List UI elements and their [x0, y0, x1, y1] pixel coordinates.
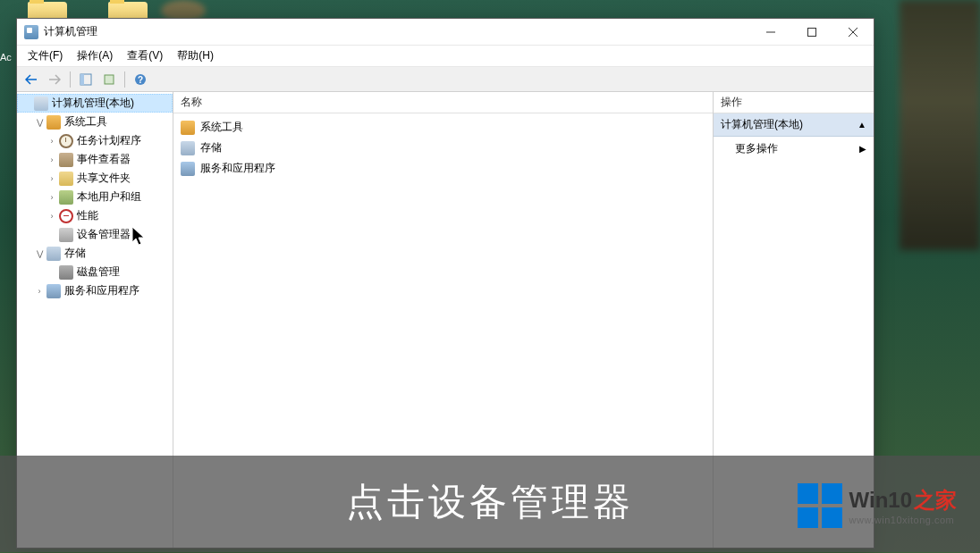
tree-disk-management[interactable]: 磁盘管理 [17, 263, 173, 281]
toolbox-icon [46, 115, 61, 130]
expander-icon[interactable]: › [33, 285, 46, 297]
tree-device-manager[interactable]: 设备管理器 [17, 225, 173, 244]
svg-rect-6 [105, 75, 114, 84]
menu-help[interactable]: 帮助(H) [170, 46, 221, 65]
tree-label: 共享文件夹 [77, 171, 131, 186]
left-label: Ac [0, 52, 12, 63]
minimize-button[interactable] [750, 19, 791, 46]
computer-icon [34, 96, 48, 111]
menu-file[interactable]: 文件(F) [21, 46, 70, 65]
actions-more-item[interactable]: 更多操作 ▶ [714, 137, 874, 161]
list-item-label: 存储 [200, 140, 222, 155]
expander-icon[interactable]: ⋁ [33, 247, 46, 260]
svg-rect-5 [80, 74, 84, 85]
tree-label: 存储 [64, 246, 86, 261]
properties-button[interactable] [98, 70, 120, 89]
device-icon [59, 228, 73, 242]
show-hide-console-tree-button[interactable] [75, 70, 97, 89]
list-item[interactable]: 存储 [173, 138, 713, 158]
storage-icon [46, 247, 61, 261]
watermark-title-1: Win10 [849, 488, 912, 513]
watermark-title-2: 之家 [914, 486, 957, 515]
tree-event-viewer[interactable]: › 事件查看器 [17, 150, 173, 169]
tree-root[interactable]: 计算机管理(本地) [17, 94, 173, 113]
help-button[interactable]: ? [130, 70, 151, 89]
folder-icon [59, 172, 73, 186]
tree-services-apps[interactable]: › 服务和应用程序 [17, 281, 173, 300]
titlebar[interactable]: 计算机管理 [17, 19, 874, 46]
maximize-button[interactable] [791, 19, 832, 46]
tree-label: 磁盘管理 [77, 264, 120, 280]
tree-root-label: 计算机管理(本地) [52, 96, 134, 111]
close-button[interactable] [832, 19, 874, 46]
tree-task-scheduler[interactable]: › 任务计划程序 [17, 131, 173, 150]
expander-icon[interactable]: › [46, 210, 58, 222]
list-item[interactable]: 服务和应用程序 [173, 158, 713, 179]
tree-label: 服务和应用程序 [64, 283, 139, 298]
tree-label: 本地用户和组 [77, 189, 141, 205]
nav-forward-button[interactable] [44, 70, 65, 89]
toolbox-icon [181, 121, 195, 135]
svg-text:?: ? [138, 75, 143, 85]
windows-logo-icon [798, 483, 842, 528]
list-item-label: 系统工具 [200, 120, 243, 135]
actions-section[interactable]: 计算机管理(本地) ▲ [714, 113, 874, 137]
tree-shared-folders[interactable]: › 共享文件夹 [17, 169, 173, 188]
window-title: 计算机管理 [44, 24, 750, 39]
collapse-icon: ▲ [858, 120, 866, 130]
services-icon [46, 284, 61, 298]
users-icon [59, 190, 73, 205]
event-icon [59, 153, 73, 167]
disk-icon [59, 265, 73, 280]
performance-icon [59, 209, 73, 223]
tree-performance[interactable]: › 性能 [17, 206, 173, 225]
list-column-header[interactable]: 名称 [173, 92, 713, 113]
caption-text: 点击设备管理器 [346, 477, 634, 527]
expander-icon[interactable]: › [46, 191, 58, 204]
tree-local-users-groups[interactable]: › 本地用户和组 [17, 188, 173, 206]
tree-storage[interactable]: ⋁ 存储 [17, 244, 173, 263]
app-icon [24, 25, 38, 39]
tree-label: 设备管理器 [77, 227, 131, 242]
menubar: 文件(F) 操作(A) 查看(V) 帮助(H) [17, 46, 874, 67]
watermark: Win10 之家 www.win10xitong.com [798, 483, 957, 528]
svg-rect-1 [808, 28, 816, 36]
storage-icon [181, 141, 195, 155]
menu-action[interactable]: 操作(A) [70, 46, 120, 65]
tree-system-tools[interactable]: ⋁ 系统工具 [17, 113, 173, 131]
services-icon [181, 162, 195, 176]
menu-view[interactable]: 查看(V) [120, 46, 170, 65]
chevron-right-icon: ▶ [859, 144, 866, 154]
tree-label: 性能 [77, 208, 98, 223]
expander-icon[interactable]: › [46, 154, 58, 166]
actions-section-label: 计算机管理(本地) [721, 117, 803, 132]
toolbar: ? [17, 67, 874, 92]
expander-icon[interactable]: › [46, 135, 58, 147]
tree-label: 任务计划程序 [77, 133, 141, 148]
expander-icon[interactable]: ⋁ [33, 116, 46, 129]
actions-header: 操作 [714, 92, 874, 113]
list-item-label: 服务和应用程序 [200, 161, 275, 176]
list-item[interactable]: 系统工具 [173, 117, 713, 138]
nav-back-button[interactable] [21, 70, 42, 89]
watermark-url: www.win10xitong.com [849, 515, 957, 525]
actions-more-label: 更多操作 [735, 141, 778, 156]
tree-label: 系统工具 [64, 114, 107, 130]
tree-label: 事件查看器 [77, 152, 131, 167]
expander-icon[interactable]: › [46, 172, 58, 185]
clock-icon [59, 134, 73, 148]
